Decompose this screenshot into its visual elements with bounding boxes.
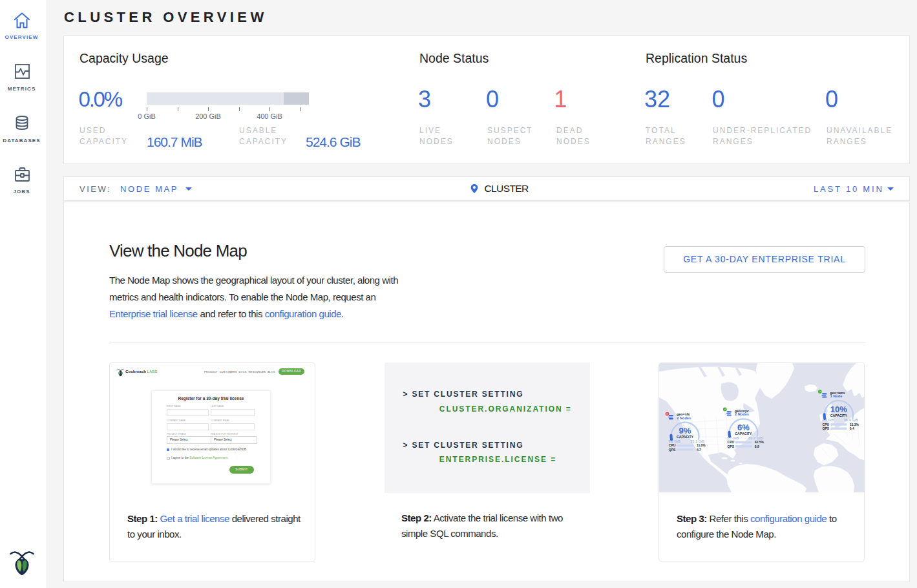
svg-text:4.7: 4.7: [697, 448, 701, 452]
svg-text:42.5%: 42.5%: [755, 440, 764, 444]
svg-text:36.4 GiB: 36.4 GiB: [844, 418, 858, 422]
svg-text:CPU: CPU: [728, 440, 735, 444]
svg-text:3.6 GiB: 3.6 GiB: [822, 418, 834, 422]
svg-text:CPU: CPU: [669, 443, 676, 447]
svg-text:13.3%: 13.3%: [850, 423, 859, 426]
svg-text:6%: 6%: [737, 423, 750, 432]
svg-text:CPU: CPU: [823, 423, 830, 426]
svg-text:63.7 GiB: 63.7 GiB: [748, 436, 763, 440]
svg-text:10%: 10%: [830, 404, 847, 414]
svg-text:QPS: QPS: [728, 445, 735, 448]
svg-text:1 Node: 1 Node: [830, 394, 843, 398]
svg-text:QPS: QPS: [669, 448, 676, 452]
svg-text:CAPACITY: CAPACITY: [677, 435, 694, 439]
svg-text:2 Nodes: 2 Nodes: [735, 412, 749, 416]
svg-text:0.4: 0.4: [850, 426, 854, 430]
svg-text:11.0%: 11.0%: [697, 443, 706, 447]
svg-text:CAPACITY: CAPACITY: [735, 432, 752, 436]
svg-text:CAPACITY: CAPACITY: [830, 414, 848, 417]
svg-text:9%: 9%: [679, 426, 691, 436]
svg-text:3.7 GiB: 3.7 GiB: [727, 436, 739, 440]
svg-text:2 Nodes: 2 Nodes: [677, 416, 691, 420]
svg-text:8.8: 8.8: [755, 445, 759, 448]
svg-text:QPS: QPS: [823, 426, 830, 430]
svg-text:3.2 GiB: 3.2 GiB: [668, 439, 680, 443]
svg-text:35.1 GiB: 35.1 GiB: [690, 439, 704, 443]
